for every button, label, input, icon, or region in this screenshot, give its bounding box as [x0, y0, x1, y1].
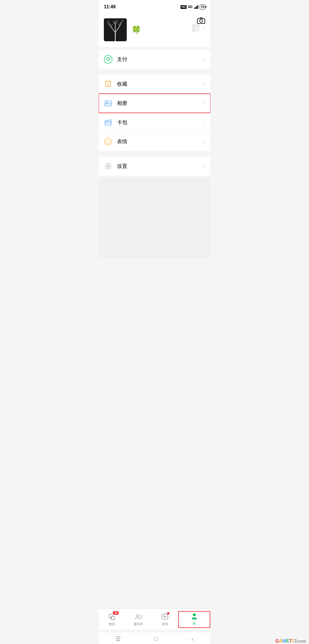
svg-point-30	[104, 55, 112, 63]
profile-left: 🍀	[104, 18, 141, 41]
battery-level: 79	[201, 5, 204, 9]
status-icons: HD 4G 79	[181, 5, 205, 9]
svg-point-40	[107, 140, 108, 141]
favorites-icon	[104, 80, 112, 88]
menu-section-main: 收藏 › 相册 › 卡包	[99, 74, 210, 151]
svg-rect-37	[105, 122, 111, 125]
menu-section-settings: 设置 ›	[99, 157, 210, 176]
menu-section-payment: 支付 ›	[99, 50, 210, 69]
menu-item-payment[interactable]: 支付 ›	[99, 50, 210, 69]
bottom-spacer	[99, 178, 210, 259]
svg-point-1	[200, 19, 203, 22]
settings-label: 设置	[117, 163, 203, 170]
section3-divider	[99, 154, 210, 157]
svg-point-42	[107, 165, 109, 167]
svg-rect-26	[197, 29, 197, 30]
profile-info: 🍀	[131, 25, 141, 35]
payment-icon	[104, 55, 112, 64]
settings-icon	[104, 162, 112, 170]
signal-bars	[194, 5, 198, 9]
svg-point-33	[109, 59, 110, 59]
svg-point-41	[109, 140, 110, 141]
page: 11:49 HD 4G 79	[99, 0, 210, 259]
svg-rect-27	[198, 29, 199, 30]
album-chevron: ›	[203, 100, 205, 106]
wallet-chevron: ›	[203, 119, 205, 125]
camera-button[interactable]	[197, 17, 205, 26]
svg-rect-21	[193, 25, 195, 27]
status-time: 11:49	[104, 4, 116, 9]
profile-name: 🍀	[131, 25, 141, 35]
menu-item-settings[interactable]: 设置 ›	[99, 157, 210, 176]
favorites-chevron: ›	[203, 81, 205, 87]
settings-chevron: ›	[203, 163, 205, 169]
payment-label: 支付	[117, 56, 203, 63]
svg-point-32	[108, 59, 109, 59]
svg-rect-29	[198, 30, 199, 31]
network-type: 4G	[188, 5, 193, 9]
menu-item-emoji[interactable]: 表情 ›	[99, 132, 210, 151]
avatar[interactable]	[104, 18, 127, 41]
battery-icon: 79	[200, 5, 205, 9]
svg-rect-28	[197, 30, 197, 31]
svg-point-31	[107, 59, 108, 59]
wallet-icon	[104, 118, 112, 127]
hd-icon: HD	[181, 5, 186, 9]
svg-point-36	[106, 102, 108, 103]
profile-divider	[99, 47, 210, 50]
menu-item-favorites[interactable]: 收藏 ›	[99, 74, 210, 94]
payment-chevron: ›	[203, 56, 205, 62]
emoji-icon	[104, 137, 112, 146]
status-bar: 11:49 HD 4G 79	[99, 0, 210, 13]
clover-icon: 🍀	[131, 25, 141, 35]
profile-section: 🍀 ›	[99, 13, 210, 47]
album-label: 相册	[117, 100, 203, 107]
favorites-label: 收藏	[117, 80, 203, 87]
menu-item-wallet[interactable]: 卡包 ›	[99, 113, 210, 132]
section2-divider	[99, 72, 210, 74]
album-icon	[104, 99, 112, 107]
menu-item-album[interactable]: 相册 ›	[99, 94, 210, 113]
svg-rect-25	[193, 30, 195, 31]
emoji-chevron: ›	[203, 139, 205, 145]
emoji-label: 表情	[117, 138, 203, 145]
svg-point-39	[105, 138, 112, 145]
wallet-label: 卡包	[117, 119, 203, 126]
